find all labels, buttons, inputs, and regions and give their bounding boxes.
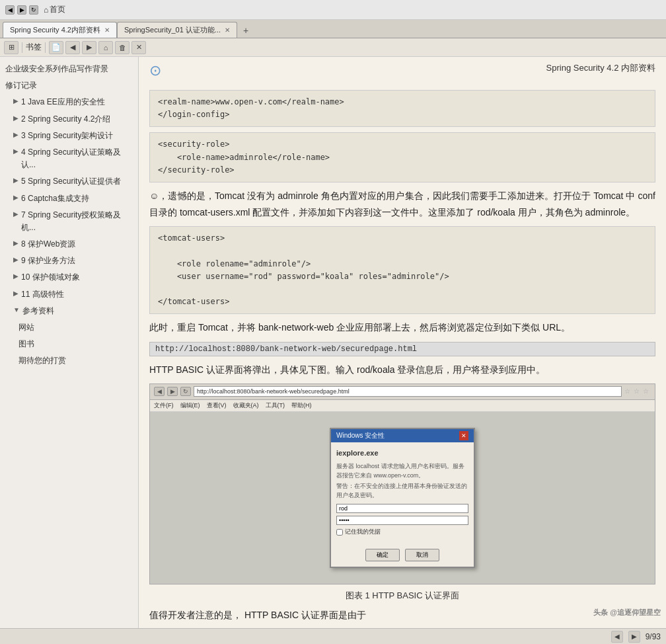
dialog-username-input[interactable]	[336, 504, 468, 513]
arrow-icon-12: ▼	[13, 305, 20, 315]
logo-symbol: ⊙	[149, 62, 161, 79]
figure-caption-text: 图表 1 HTTP BASIC 认证界面	[346, 590, 459, 600]
forward-btn[interactable]: ▶	[17, 5, 26, 15]
home-link[interactable]: ⌂ 首页	[44, 4, 65, 15]
star-2: ☆	[634, 387, 642, 395]
delete-bookmark-btn[interactable]: 🗑	[115, 41, 130, 54]
sidebar-item-references[interactable]: ▼ 参考资料	[0, 303, 138, 319]
text-content-1: ☺，遗憾的是，Tomcat 没有为 adminrole 角色内置对应的用户集合，…	[149, 190, 655, 218]
add-bookmark-btn[interactable]: 📄	[49, 41, 63, 54]
screenshot-refresh: ↻	[180, 387, 191, 396]
close-panel-btn[interactable]: ✕	[131, 41, 146, 54]
next-bookmark-btn[interactable]: ▶	[82, 41, 96, 54]
text-paragraph-1: ☺，遗憾的是，Tomcat 没有为 adminrole 角色内置对应的用户集合，…	[149, 188, 655, 221]
dialog-title-text: Windows 安全性	[336, 431, 385, 440]
sidebar-item-authz[interactable]: ▶ 7 Spring Security授权策略及机...	[0, 207, 138, 236]
sidebar-item-auth-strategy[interactable]: ▶ 4 Spring Security认证策略及认...	[0, 144, 138, 173]
sidebar-item-captcha[interactable]: ▶ 6 Captcha集成支持	[0, 190, 138, 207]
star-1: ☆	[624, 387, 632, 395]
dialog-password-input[interactable]	[336, 516, 468, 525]
menu-favorites: 收藏夹(A)	[233, 401, 259, 410]
arrow-icon-4: ▶	[13, 146, 18, 157]
sidebar-item-web[interactable]: ▶ 8 保护Web资源	[0, 236, 138, 253]
sidebar-label-reward: 期待您的打赏	[18, 354, 66, 367]
toolbar-separator-2	[45, 42, 46, 53]
content-area: ⊙ Spring Security 4.2 内部资料 <realm-name>w…	[139, 57, 666, 628]
title-bar: ◀ ▶ ↻ ⌂ 首页	[0, 0, 666, 20]
arrow-icon-5: ▶	[13, 175, 18, 186]
browser-screenshot: ◀ ▶ ↻ http://localhost:8080/bank-network…	[149, 383, 655, 584]
sidebar-item-advanced[interactable]: ▶ 11 高级特性	[0, 286, 138, 303]
dialog-remember-checkbox[interactable]	[336, 529, 343, 536]
dialog-close-button[interactable]: ✕	[459, 431, 468, 440]
sidebar-label-auth-strategy: 4 Spring Security认证策略及认...	[21, 146, 131, 171]
doc-header: ⊙ Spring Security 4.2 内部资料	[139, 57, 666, 85]
prev-bookmark-btn[interactable]: ◀	[65, 41, 80, 54]
tab-label-1: Spring Security 4.2内部资料	[10, 25, 100, 35]
back-btn[interactable]: ◀	[5, 5, 15, 15]
dialog-body: iexplore.exe 服务器 localhost 请求您输入用户名和密码。服…	[331, 442, 474, 546]
new-tab-button[interactable]: +	[239, 23, 253, 38]
screenshot-body: Windows 安全性 ✕ iexplore.exe 服务器 localhost…	[150, 412, 655, 584]
tab-close-1[interactable]: ✕	[104, 26, 110, 34]
sidebar-item-domain[interactable]: ▶ 10 保护领域对象	[0, 269, 138, 286]
screenshot-url: http://localhost:8080/bank-network-web/s…	[194, 386, 622, 397]
sidebar-item-changelog[interactable]: 修订记录	[0, 77, 138, 94]
page-prev-btn[interactable]: ◀	[611, 631, 623, 643]
toolbar-separator	[22, 42, 22, 53]
star-3: ☆	[643, 387, 651, 395]
bookmark-toggle[interactable]: ⊞	[4, 41, 18, 54]
watermark: 头条 @追逐仰望星空	[593, 608, 661, 618]
tab-spring-security-doc[interactable]: Spring Security 4.2内部资料 ✕	[3, 22, 117, 38]
sidebar-item-background[interactable]: 企业级安全系列作品写作背景	[0, 61, 138, 77]
screenshot-nav-bar: ◀ ▶ ↻ http://localhost:8080/bank-network…	[150, 384, 655, 400]
arrow-icon-8: ▶	[13, 238, 18, 249]
menu-tools: 工具(T)	[266, 401, 285, 410]
sidebar-item-springsecurity[interactable]: ▶ 2 Spring Security 4.2介绍	[0, 111, 138, 128]
windows-security-dialog: Windows 安全性 ✕ iexplore.exe 服务器 localhost…	[330, 428, 475, 568]
sidebar-label-architecture: 3 Spring Security架构设计	[21, 130, 113, 142]
text-paragraph-2: 此时，重启 Tomcat，并将 bank-network-web 企业应用部署上…	[149, 319, 655, 336]
text-paragraph-3: HTTP BASIC 认证界面将弹出，具体见下图。输入 rod/koala 登录…	[149, 362, 655, 378]
figure-caption: 图表 1 HTTP BASIC 认证界面	[149, 590, 655, 602]
sidebar-item-books[interactable]: 图书	[0, 336, 138, 352]
sidebar: 企业级安全系列作品写作背景 修订记录 ▶ 1 Java EE应用的安全性 ▶ 2…	[0, 57, 139, 628]
tab-spring-security-auth[interactable]: SpringSecurity_01 认证功能... ✕	[117, 22, 237, 38]
home-icon: ⌂	[44, 5, 48, 15]
arrow-icon-3: ▶	[13, 130, 18, 140]
sidebar-item-service[interactable]: ▶ 9 保护业务方法	[0, 253, 138, 269]
dialog-app-name: iexplore.exe	[336, 448, 468, 459]
dialog-remember-row: 记住我的凭据	[336, 528, 468, 537]
refresh-btn[interactable]: ↻	[29, 5, 38, 15]
sidebar-item-reward[interactable]: 期待您的打赏	[0, 352, 138, 369]
sidebar-label-auth-provider: 5 Spring Security认证提供者	[21, 175, 121, 188]
sidebar-item-javaee[interactable]: ▶ 1 Java EE应用的安全性	[0, 94, 138, 110]
sidebar-label-websites: 网站	[18, 321, 34, 334]
sidebar-label-advanced: 11 高级特性	[21, 288, 64, 301]
window-controls: ◀ ▶ ↻	[5, 5, 38, 15]
toolbar: ⊞ 书签 📄 ◀ ▶ ⌂ 🗑 ✕	[0, 38, 666, 57]
sidebar-label-changelog: 修订记录	[5, 81, 37, 90]
dialog-cancel-button[interactable]: 取消	[405, 549, 439, 561]
sidebar-item-websites[interactable]: 网站	[0, 319, 138, 336]
tab-close-2[interactable]: ✕	[225, 26, 230, 34]
screenshot-menu: 文件(F) 编辑(E) 查看(V) 收藏夹(A) 工具(T) 帮助(H)	[150, 400, 655, 412]
dialog-ok-button[interactable]: 确定	[365, 549, 400, 561]
home-bookmark-btn[interactable]: ⌂	[98, 41, 113, 54]
url-display: http://localhost:8080/bank-network-web/s…	[149, 342, 655, 356]
sidebar-item-architecture[interactable]: ▶ 3 Spring Security架构设计	[0, 128, 138, 144]
code-text-1: <realm-name>www.open-v.com</realm-name> …	[158, 96, 647, 121]
arrow-icon-2: ▶	[13, 113, 18, 124]
screenshot-back: ◀	[154, 387, 165, 396]
code-block-3: <tomcat-users> <role rolename="adminrole…	[149, 226, 655, 314]
dialog-message-1: 服务器 localhost 请求您输入用户名和密码。服务器报告它来自 www.o…	[336, 462, 468, 480]
sidebar-item-auth-provider[interactable]: ▶ 5 Spring Security认证提供者	[0, 173, 138, 190]
code-text-3: <tomcat-users> <role rolename="adminrole…	[158, 232, 647, 308]
dialog-title-bar: Windows 安全性 ✕	[331, 429, 474, 442]
arrow-icon-1: ▶	[13, 96, 18, 106]
status-bar: ◀ ▶ 9/93	[0, 628, 666, 644]
page-next-btn[interactable]: ▶	[628, 631, 640, 643]
sidebar-label-springsecurity: 2 Spring Security 4.2介绍	[21, 113, 110, 126]
toolbar-bookmark-label: 书签	[26, 42, 42, 53]
sidebar-label-authz: 7 Spring Security授权策略及机...	[21, 209, 131, 234]
